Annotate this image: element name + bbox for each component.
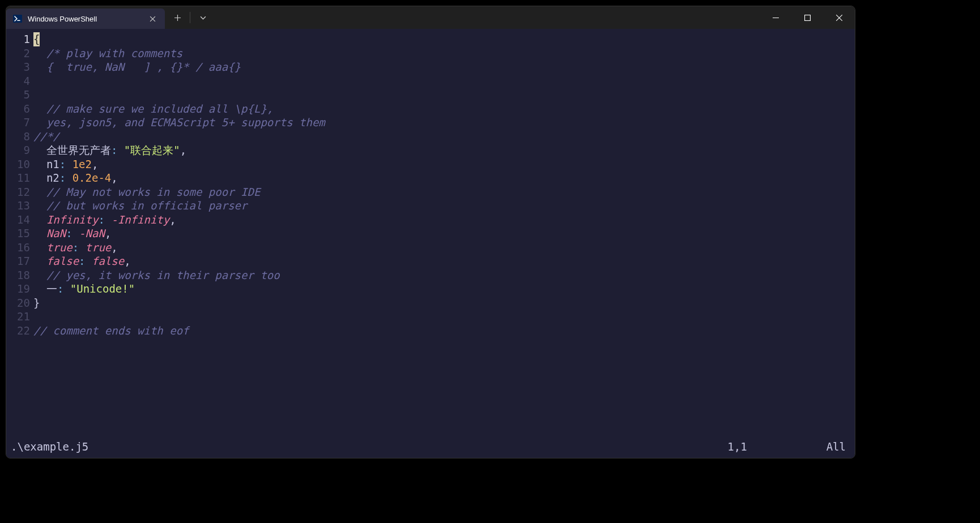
- line-number: 4: [10, 74, 30, 88]
- status-scroll-percent: All: [826, 440, 846, 454]
- maximize-button[interactable]: [791, 6, 823, 29]
- tab-actions: [165, 6, 215, 29]
- code-line: //*/: [33, 130, 849, 144]
- code-line: 一: "Unicode!": [33, 282, 849, 296]
- line-number: 16: [10, 241, 30, 255]
- line-number: 14: [10, 213, 30, 227]
- code-line: // comment ends with eof: [33, 324, 849, 338]
- code-line: false: false,: [33, 254, 849, 268]
- tab-title: Windows PowerShell: [28, 15, 141, 23]
- editor-body: 12345678910111213141516171819202122 { /*…: [10, 32, 849, 439]
- powershell-icon: [13, 14, 22, 23]
- line-number: 20: [10, 296, 30, 310]
- code-line: [33, 88, 849, 102]
- code-area[interactable]: { /* play with comments { true, NaN ] , …: [33, 32, 849, 439]
- code-line: // make sure we included all \p{L},: [33, 102, 849, 116]
- svg-rect-0: [13, 15, 22, 23]
- line-number: 19: [10, 282, 30, 296]
- line-number: 21: [10, 310, 30, 324]
- titlebar: Windows PowerShell: [6, 6, 855, 29]
- line-number: 22: [10, 324, 30, 338]
- status-cursor-position: 1,1: [727, 440, 747, 454]
- code-line: NaN: -NaN,: [33, 226, 849, 241]
- line-number: 10: [10, 157, 30, 172]
- vim-statusline: .\example.j5 1,1 All: [10, 439, 849, 455]
- status-filename: .\example.j5: [11, 440, 88, 454]
- line-number: 17: [10, 254, 30, 268]
- line-number: 7: [10, 115, 30, 130]
- line-number: 3: [10, 60, 30, 74]
- line-number-gutter: 12345678910111213141516171819202122: [10, 32, 33, 439]
- line-number: 6: [10, 102, 30, 116]
- close-window-button[interactable]: [823, 6, 855, 29]
- minimize-button[interactable]: [760, 6, 791, 29]
- code-line: yes, json5, and ECMAScript 5+ supports t…: [33, 115, 849, 130]
- line-number: 5: [10, 88, 30, 102]
- code-line: [33, 310, 849, 324]
- code-line: // May not works in some poor IDE: [33, 185, 849, 199]
- line-number: 11: [10, 171, 30, 185]
- line-number: 9: [10, 143, 30, 157]
- svg-rect-2: [804, 15, 810, 20]
- tab-dropdown-button[interactable]: [193, 7, 213, 28]
- tab-powershell[interactable]: Windows PowerShell: [6, 8, 165, 29]
- line-number: 8: [10, 130, 30, 144]
- code-line: /* play with comments: [33, 46, 849, 61]
- line-number: 15: [10, 226, 30, 241]
- terminal-window: Windows PowerShell: [6, 6, 855, 458]
- cursor: {: [33, 32, 40, 46]
- line-number: 12: [10, 185, 30, 199]
- code-line: Infinity: -Infinity,: [33, 213, 849, 227]
- code-line: n1: 1e2,: [33, 157, 849, 172]
- terminal-viewport[interactable]: 12345678910111213141516171819202122 { /*…: [6, 29, 855, 458]
- code-line: 全世界无产者: "联合起来",: [33, 143, 849, 157]
- code-line: { true, NaN ] , {}* / aaa{}: [33, 60, 849, 74]
- new-tab-button[interactable]: [167, 7, 188, 28]
- code-line: // yes, it works in their parser too: [33, 268, 849, 282]
- code-line: // but works in official parser: [33, 199, 849, 213]
- code-line: {: [33, 32, 849, 46]
- line-number: 1: [10, 32, 30, 46]
- code-line: true: true,: [33, 241, 849, 255]
- tab-close-button[interactable]: [147, 13, 158, 24]
- code-line: [33, 74, 849, 88]
- line-number: 2: [10, 46, 30, 61]
- code-line: }: [33, 296, 849, 310]
- line-number: 18: [10, 268, 30, 282]
- divider: [190, 12, 190, 23]
- line-number: 13: [10, 199, 30, 213]
- window-controls: [760, 6, 855, 29]
- code-line: n2: 0.2e-4,: [33, 171, 849, 185]
